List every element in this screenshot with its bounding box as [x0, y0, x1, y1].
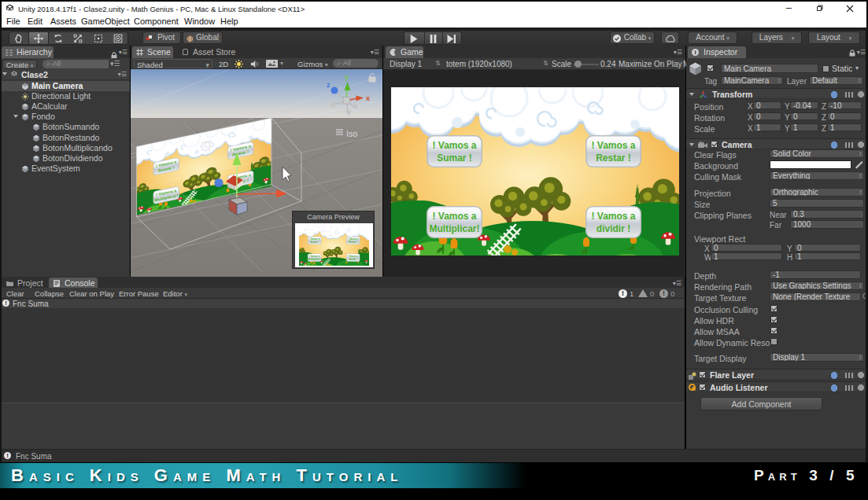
- svg-text:Iso: Iso: [346, 129, 357, 138]
- svg-text:x: x: [366, 94, 370, 102]
- svg-text:z: z: [327, 81, 331, 89]
- svg-text:y: y: [345, 73, 349, 81]
